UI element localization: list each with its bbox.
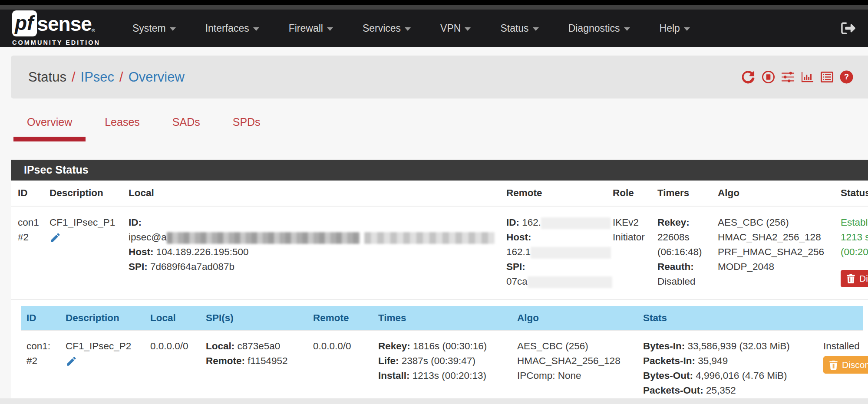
trash-icon	[846, 274, 855, 283]
nav-item-system[interactable]: System	[118, 23, 191, 34]
nav-item-interfaces[interactable]: Interfaces	[191, 23, 274, 34]
child-header-row: ID Description Local SPI(s) Remote Times…	[21, 306, 863, 331]
col-header-status: Status	[841, 181, 868, 206]
redacted-block	[531, 247, 611, 259]
breadcrumb-link-ipsec[interactable]: IPsec	[81, 69, 115, 85]
child-sa-table: ID Description Local SPI(s) Remote Times…	[21, 306, 863, 404]
col-header-status-blank	[823, 306, 863, 331]
cell-times: Rekey: 1816s (00:30:16) Life: 2387s (00:…	[378, 331, 517, 404]
trash-icon	[829, 361, 838, 370]
cell-remote: 0.0.0.0/0	[313, 331, 378, 404]
col-header-algo: Algo	[718, 181, 841, 206]
nav-item-firewall[interactable]: Firewall	[274, 23, 348, 34]
top-gray-strip	[0, 5, 868, 10]
nav-item-services[interactable]: Services	[348, 23, 426, 34]
pfsense-logo[interactable]: pfsense® COMMUNITY EDITION	[12, 10, 100, 46]
cell-remote: ID: 162. Host: 162.1 SPI: 07ca	[506, 206, 613, 300]
status-text: Installed	[823, 339, 860, 354]
page-action-icons: ?	[742, 70, 853, 84]
cell-local: ID: ipsec@a Host: 104.189.226.195:500 SP…	[129, 206, 506, 300]
cell-id: con1 #2	[11, 206, 50, 300]
subnav-tabs: Overview Leases SADs SPDs	[13, 116, 868, 141]
nav-item-vpn[interactable]: VPN	[426, 23, 485, 34]
cell-local: 0.0.0.0/0	[150, 331, 206, 404]
cell-id: con1: #2	[21, 331, 66, 404]
logo-subtitle: COMMUNITY EDITION	[12, 39, 100, 46]
cell-timers: Rekey: 22608s (06:16:48) Reauth: Disable…	[657, 206, 718, 300]
redacted-block	[167, 232, 360, 244]
col-header-times: Times	[378, 306, 517, 331]
ike-sa-row: con1 #2 CF1_IPsec_P1 ID: ipsec@a Host: 1…	[11, 206, 868, 300]
bar-chart-icon[interactable]	[801, 70, 814, 84]
report-list-icon[interactable]	[820, 70, 834, 84]
chevron-down-icon	[465, 27, 471, 31]
breadcrumb-separator: /	[66, 69, 81, 85]
cell-role: IKEv2 Initiator	[613, 206, 657, 300]
cell-stats: Bytes-In: 33,586,939 (32.03 MiB) Packets…	[643, 331, 823, 404]
disconnect-button[interactable]: Disconnect	[841, 270, 868, 287]
col-header-remote: Remote	[506, 181, 613, 206]
chevron-down-icon	[533, 27, 539, 31]
col-header-spis: SPI(s)	[206, 306, 313, 331]
logout-icon[interactable]	[840, 20, 856, 36]
breadcrumb-section: Status	[28, 69, 66, 85]
col-header-description: Description	[50, 181, 129, 206]
sliders-icon[interactable]	[781, 70, 795, 84]
col-header-description: Description	[66, 306, 150, 331]
col-header-local: Local	[129, 181, 506, 206]
cell-status: Installed Disconnect	[823, 331, 863, 404]
panel-title: IPsec Status	[11, 160, 868, 181]
disconnect-button[interactable]: Disconnect	[823, 356, 868, 374]
tab-spds[interactable]: SPDs	[219, 116, 274, 141]
cell-description: CF1_IPsec_P2	[66, 331, 150, 404]
col-header-remote: Remote	[313, 306, 378, 331]
edit-pencil-icon[interactable]	[50, 232, 61, 248]
refresh-icon[interactable]	[742, 70, 756, 84]
ipsec-status-panel: IPsec Status ID Description Local Remote…	[11, 160, 868, 404]
top-black-strip	[0, 0, 868, 5]
breadcrumb-separator: /	[114, 69, 129, 85]
child-sa-row: con1: #2 CF1_IPsec_P2	[21, 331, 863, 404]
cell-description: CF1_IPsec_P1	[50, 206, 129, 300]
logo-sense: sense	[37, 14, 91, 36]
edit-pencil-icon[interactable]	[66, 355, 77, 371]
chevron-down-icon	[684, 27, 690, 31]
redacted-block	[364, 232, 495, 244]
chevron-down-icon	[170, 27, 176, 31]
tab-leases[interactable]: Leases	[91, 116, 153, 141]
logo-registered-mark: ®	[92, 28, 95, 36]
chevron-down-icon	[624, 27, 630, 31]
cell-algo: AES_CBC (256) HMAC_SHA2_256_128 IPComp: …	[517, 331, 643, 404]
stop-icon[interactable]	[762, 70, 775, 84]
cell-spis: Local: c873e5a0 Remote: f1154952	[206, 331, 313, 404]
col-header-timers: Timers	[657, 181, 718, 206]
status-text: Established	[841, 215, 868, 230]
col-header-local: Local	[150, 306, 206, 331]
col-header-role: Role	[613, 181, 657, 206]
nav-menu: System Interfaces Firewall Services VPN …	[118, 23, 705, 34]
cell-status: Established 1213 seconds (00:20:13) Disc…	[841, 206, 868, 300]
breadcrumb: Status / IPsec / Overview ?	[11, 56, 868, 99]
nav-item-status[interactable]: Status	[485, 23, 553, 34]
breadcrumb-link-overview[interactable]: Overview	[129, 69, 185, 85]
chevron-down-icon	[253, 27, 259, 31]
chevron-down-icon	[405, 27, 411, 31]
ike-header-row: ID Description Local Remote Role Timers …	[11, 181, 868, 206]
col-header-stats: Stats	[643, 306, 823, 331]
tab-overview[interactable]: Overview	[13, 116, 86, 141]
nav-item-help[interactable]: Help	[645, 23, 705, 34]
page-bottom-strip	[0, 398, 868, 404]
col-header-id: ID	[21, 306, 66, 331]
redacted-block	[528, 276, 612, 288]
help-icon[interactable]: ?	[840, 70, 853, 84]
svg-text:?: ?	[844, 72, 849, 81]
chevron-down-icon	[327, 27, 333, 31]
tab-sads[interactable]: SADs	[159, 116, 214, 141]
ike-sa-table: ID Description Local Remote Role Timers …	[11, 181, 868, 404]
logo-pf: pf	[12, 10, 37, 36]
redacted-block	[541, 217, 611, 229]
nav-item-diagnostics[interactable]: Diagnostics	[554, 23, 645, 34]
col-header-algo: Algo	[517, 306, 643, 331]
child-sa-section: ID Description Local SPI(s) Remote Times…	[11, 300, 868, 404]
main-navbar: pfsense® COMMUNITY EDITION System Interf…	[0, 10, 868, 47]
